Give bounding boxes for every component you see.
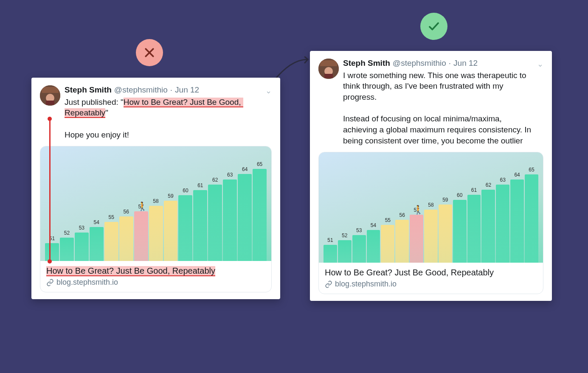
- chart-bar: 54: [367, 230, 380, 263]
- check-icon: [428, 20, 440, 33]
- link-preview-title: How to Be Great? Just Be Good, Repeatabl…: [46, 265, 265, 276]
- chart-bar: 53: [352, 235, 366, 263]
- chart-bar-label: 59: [164, 193, 178, 199]
- chart-bar-label: 54: [90, 219, 104, 225]
- link-icon: [325, 280, 332, 288]
- chart-bar: 60: [178, 195, 192, 261]
- chart-bar: 57: [134, 211, 148, 261]
- badge-bad: [136, 39, 163, 66]
- chart-bar-label: 64: [238, 166, 252, 172]
- chart-bar-label: 53: [352, 227, 366, 233]
- link-preview-title: How to Be Great? Just Be Good, Repeatabl…: [325, 267, 537, 278]
- chart-bar: 65: [525, 174, 538, 263]
- tweet-card-bad: Steph Smith @stephsmithio · Jun 12 Just …: [31, 78, 280, 299]
- walker-icon: 🚶: [413, 205, 424, 214]
- chart-bar-label: 63: [496, 177, 509, 183]
- author-handle[interactable]: @stephsmithio: [114, 85, 168, 95]
- chart-bar: 59: [439, 205, 452, 263]
- tweet-date[interactable]: Jun 12: [453, 59, 478, 68]
- chart-bar: 56: [119, 216, 133, 261]
- chart-bar: 65: [253, 169, 267, 261]
- separator: ·: [170, 85, 172, 95]
- tweet-card-good: Steph Smith @stephsmithio · Jun 12 I wro…: [310, 51, 552, 301]
- tweet-date[interactable]: Jun 12: [175, 85, 199, 95]
- chart-bar-label: 51: [324, 237, 337, 243]
- svg-rect-9: [324, 74, 333, 78]
- separator: ·: [449, 59, 451, 68]
- chart-bar: 63: [496, 185, 509, 263]
- chart-bar-label: 53: [75, 225, 89, 231]
- badge-good: [420, 13, 447, 40]
- chart-bar: 61: [467, 195, 481, 263]
- author-name[interactable]: Steph Smith: [343, 59, 390, 68]
- chart-bar: 56: [395, 220, 409, 263]
- chart-bar-label: 58: [424, 202, 438, 208]
- link-preview-card[interactable]: 515253545556575859606162636465 🚶 How to …: [40, 146, 272, 292]
- author-name[interactable]: Steph Smith: [65, 85, 112, 95]
- author-handle[interactable]: @stephsmithio: [393, 59, 446, 68]
- tweet-header: Steph Smith @stephsmithio · Jun 12: [343, 59, 533, 68]
- chart-bar: 64: [510, 179, 524, 263]
- chart-bar-label: 52: [60, 230, 74, 236]
- link-preview-image: 515253545556575859606162636465 🚶: [319, 152, 543, 263]
- chevron-down-icon[interactable]: ⌄: [265, 85, 272, 95]
- chart-bar-label: 65: [525, 167, 538, 173]
- chart-bar: 52: [338, 240, 352, 263]
- chart-bar: 51: [45, 243, 59, 261]
- chart-bar: 55: [381, 225, 394, 263]
- svg-rect-7: [320, 60, 337, 66]
- chart-bar-label: 56: [395, 212, 409, 218]
- chevron-down-icon[interactable]: ⌄: [537, 59, 543, 69]
- chart-bar-label: 62: [208, 177, 222, 183]
- chart-bar: 55: [104, 222, 118, 261]
- chart-bar: 58: [424, 210, 438, 263]
- link-preview-url: blog.stephsmith.io: [46, 278, 265, 287]
- chart-bar: 60: [453, 200, 467, 263]
- chart-bar: 59: [164, 201, 178, 261]
- tweet-header: Steph Smith @stephsmithio · Jun 12: [65, 85, 261, 95]
- chart-bar-label: 62: [481, 182, 495, 188]
- chart-bar-label: 56: [119, 209, 133, 215]
- chart-bar-label: 64: [510, 172, 524, 178]
- link-icon: [46, 279, 54, 286]
- chart-bar: 61: [193, 190, 207, 261]
- chart-bar: 53: [75, 233, 89, 261]
- chart-bar-label: 61: [193, 182, 207, 188]
- chart-bar-label: 54: [367, 222, 380, 228]
- x-icon: [143, 46, 156, 59]
- chart-bar-label: 58: [149, 198, 163, 204]
- chart-bar: 64: [238, 174, 252, 261]
- walker-icon: 🚶: [137, 202, 148, 210]
- tweet-body: Just published: "How to Be Great? Just B…: [65, 97, 261, 140]
- avatar[interactable]: [318, 59, 339, 79]
- chart-bar: 52: [60, 238, 74, 261]
- link-preview-image: 515253545556575859606162636465 🚶: [40, 146, 271, 261]
- chart-bar: 62: [208, 185, 222, 261]
- chart-bar: 58: [149, 206, 163, 261]
- chart-bar: 54: [90, 227, 104, 261]
- chart-bar: 51: [324, 245, 337, 263]
- chart-bar: 63: [223, 179, 237, 261]
- chart-bar-label: 55: [104, 214, 118, 220]
- link-preview-url: blog.stephsmith.io: [325, 280, 537, 289]
- chart-bar-label: 51: [45, 236, 59, 241]
- tweet-body: I wrote something new. This one was ther…: [343, 70, 533, 146]
- chart-bar-label: 61: [467, 187, 481, 193]
- chart-bar-label: 52: [338, 233, 352, 238]
- chart-bar-label: 55: [381, 217, 394, 223]
- avatar[interactable]: [40, 85, 60, 106]
- chart-bar-label: 65: [253, 161, 267, 167]
- chart-bar-label: 63: [223, 172, 237, 178]
- chart-bar-label: 59: [439, 197, 452, 203]
- link-preview-card[interactable]: 515253545556575859606162636465 🚶 How to …: [318, 152, 543, 294]
- chart-bar: 57: [410, 215, 423, 263]
- svg-rect-3: [42, 87, 59, 93]
- chart-bar-label: 60: [178, 188, 192, 194]
- chart-bar: 62: [481, 190, 495, 263]
- chart-bar-label: 60: [453, 192, 467, 198]
- svg-rect-5: [46, 101, 54, 105]
